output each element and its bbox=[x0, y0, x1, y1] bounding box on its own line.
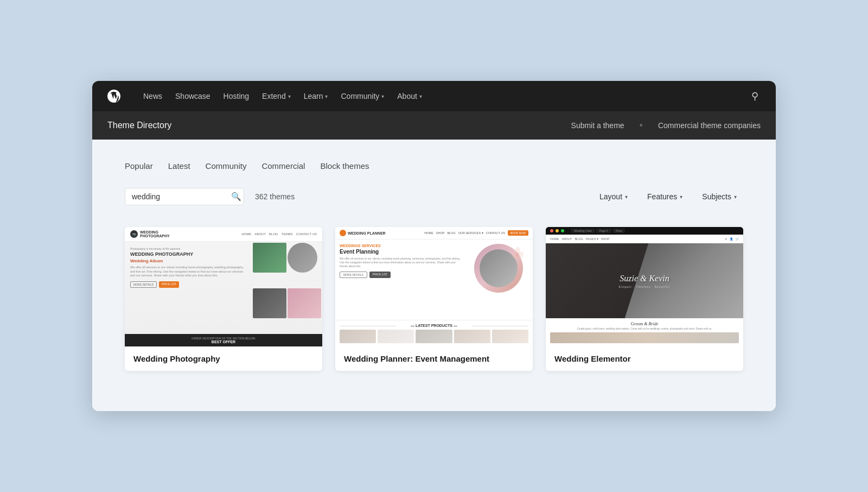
theme-preview-wedding-photography: 📷 WEDDINGPHOTOGRAPHY HOMEABOUTBLOGTERMSC… bbox=[125, 227, 322, 346]
theme-name-wedding-elementor: Wedding Elementor bbox=[546, 346, 743, 371]
search-box[interactable]: 🔍 bbox=[125, 188, 244, 205]
wordpress-logo[interactable] bbox=[105, 87, 123, 105]
top-nav: News Showcase Hosting Extend ▾ Learn ▾ C… bbox=[92, 81, 776, 111]
filter-latest[interactable]: Latest bbox=[168, 161, 190, 173]
search-input[interactable] bbox=[132, 192, 227, 201]
search-row: 🔍 362 themes Layout ▾ Features ▾ Subject… bbox=[125, 188, 743, 205]
sub-nav-separator: • bbox=[640, 120, 643, 131]
theme-card-wedding-photography[interactable]: 📷 WEDDINGPHOTOGRAPHY HOMEABOUTBLOGTERMSC… bbox=[125, 227, 322, 371]
theme-directory-link[interactable]: Theme Directory bbox=[107, 121, 171, 130]
subjects-filter[interactable]: Subjects ▾ bbox=[695, 189, 743, 204]
sub-nav-actions: Submit a theme • Commercial theme compan… bbox=[571, 120, 761, 131]
layout-filter[interactable]: Layout ▾ bbox=[593, 189, 634, 204]
filter-block-themes[interactable]: Block themes bbox=[320, 161, 369, 173]
subjects-chevron-icon: ▾ bbox=[734, 194, 737, 200]
filter-tabs: Popular Latest Community Commercial Bloc… bbox=[125, 161, 743, 173]
nav-community[interactable]: Community ▾ bbox=[335, 87, 390, 105]
features-chevron-icon: ▾ bbox=[680, 194, 682, 200]
nav-showcase[interactable]: Showcase bbox=[170, 87, 216, 105]
theme-card-wedding-elementor[interactable]: Wedding Cake Page 2 Shop HOMEABOUTBLOGPA… bbox=[546, 227, 743, 371]
extend-chevron-icon: ▾ bbox=[288, 93, 291, 99]
window-dot-green bbox=[561, 229, 564, 232]
about-chevron-icon: ▾ bbox=[419, 93, 422, 99]
commercial-theme-companies-link[interactable]: Commercial theme companies bbox=[658, 121, 761, 130]
theme-preview-wedding-elementor: Wedding Cake Page 2 Shop HOMEABOUTBLOGPA… bbox=[546, 227, 743, 346]
theme-card-wedding-planner[interactable]: WEDDING PLANNER HOMESHOPBLOGOUR SERVICES… bbox=[335, 227, 533, 371]
main-content: Popular Latest Community Commercial Bloc… bbox=[92, 140, 776, 411]
nav-links: News Showcase Hosting Extend ▾ Learn ▾ C… bbox=[138, 87, 732, 105]
nav-extend[interactable]: Extend ▾ bbox=[257, 87, 296, 105]
browser-window: News Showcase Hosting Extend ▾ Learn ▾ C… bbox=[92, 81, 776, 411]
filter-community[interactable]: Community bbox=[206, 161, 247, 173]
learn-chevron-icon: ▾ bbox=[325, 93, 328, 99]
theme-grid: 📷 WEDDINGPHOTOGRAPHY HOMEABOUTBLOGTERMSC… bbox=[125, 227, 743, 371]
submit-theme-link[interactable]: Submit a theme bbox=[571, 121, 624, 130]
window-dot-red bbox=[550, 229, 553, 232]
features-filter[interactable]: Features ▾ bbox=[641, 189, 689, 204]
window-dot-yellow bbox=[556, 229, 559, 232]
search-icon[interactable]: ⚲ bbox=[747, 86, 763, 106]
nav-news[interactable]: News bbox=[138, 87, 168, 105]
nav-hosting[interactable]: Hosting bbox=[218, 87, 254, 105]
community-chevron-icon: ▾ bbox=[381, 93, 384, 99]
theme-preview-wedding-planner: WEDDING PLANNER HOMESHOPBLOGOUR SERVICES… bbox=[335, 227, 533, 346]
nav-learn[interactable]: Learn ▾ bbox=[298, 87, 334, 105]
filter-popular[interactable]: Popular bbox=[125, 161, 153, 173]
layout-chevron-icon: ▾ bbox=[625, 194, 628, 200]
search-box-icon: 🔍 bbox=[231, 192, 241, 201]
svg-point-4 bbox=[516, 253, 519, 256]
theme-name-wedding-planner: Wedding Planner: Event Management bbox=[335, 346, 533, 371]
theme-name-wedding-photography: Wedding Photography bbox=[125, 346, 322, 371]
filter-dropdowns: Layout ▾ Features ▾ Subjects ▾ bbox=[593, 189, 743, 204]
theme-count: 362 themes bbox=[255, 192, 295, 201]
search-left: 🔍 362 themes bbox=[125, 188, 295, 205]
filter-commercial[interactable]: Commercial bbox=[261, 161, 305, 173]
nav-about[interactable]: About ▾ bbox=[392, 87, 427, 105]
sub-nav: Theme Directory Submit a theme • Commerc… bbox=[92, 111, 776, 140]
flower-icon bbox=[509, 247, 526, 268]
